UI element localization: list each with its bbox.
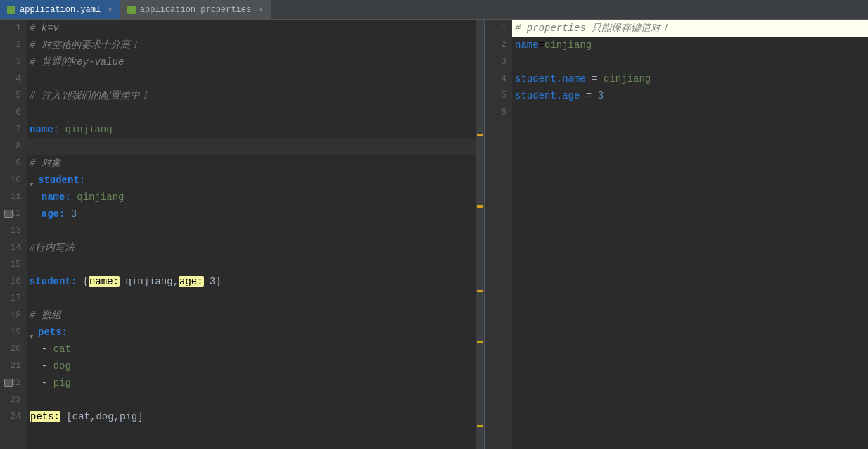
yaml-l10-key: student:: [38, 175, 85, 186]
tab-bar: application.yaml ✕ application.propertie…: [0, 0, 868, 20]
ln-9: 9: [3, 155, 21, 172]
rln-2: 2: [488, 37, 506, 53]
ln-14: 14: [3, 239, 21, 256]
tab-properties[interactable]: application.properties ✕: [120, 0, 271, 19]
yaml-l5-comment: # 注入到我们的配置类中！: [30, 90, 150, 101]
yaml-l12-key: age:: [42, 208, 65, 220]
yaml-l22-val: pig: [53, 377, 71, 388]
yaml-l24-pets-key: pets:: [30, 411, 60, 422]
editors-container: 1 2 3 4 5 6 7 8 9 10 11 12 13 14 15 16 1…: [0, 20, 868, 449]
yaml-l16-name-key: name:: [89, 276, 120, 287]
yaml-l20-val: cat: [53, 343, 71, 355]
yaml-l21-dash: -: [42, 360, 53, 372]
prop-line-1: # properties 只能保存键值对！: [512, 20, 868, 37]
yaml-marker-col: [476, 20, 484, 449]
prop-line-2: name=qinjiang: [512, 37, 868, 53]
ln-12: 12: [3, 205, 21, 222]
yaml-l24-sp: [cat,dog,pig]: [60, 411, 143, 422]
yaml-editor: 1 2 3 4 5 6 7 8 9 10 11 12 13 14 15 16 1…: [0, 20, 485, 449]
yaml-code-area[interactable]: 1 2 3 4 5 6 7 8 9 10 11 12 13 14 15 16 1…: [0, 20, 484, 449]
yaml-line-10: ▼student:: [27, 172, 476, 189]
yaml-line-18: # 数组: [27, 307, 476, 324]
prop-line-6: [512, 104, 868, 121]
properties-code-area[interactable]: 1 2 3 4 5 6 # properties 只能保存键值对！ name=q…: [485, 20, 868, 449]
marker-5: [477, 425, 483, 427]
ln-16: 16: [3, 273, 21, 290]
yaml-l16-sp3: 3}: [204, 276, 222, 287]
marker-4: [477, 341, 483, 343]
yaml-l16-sp2: qinjiang,: [120, 276, 179, 287]
prop-l4-key: student.name: [515, 73, 586, 84]
ln-20: 20: [3, 341, 21, 358]
ln-8: 8: [3, 138, 21, 155]
ln-1: 1: [3, 20, 21, 37]
yaml-line-3: # 普通的key-value: [27, 53, 476, 70]
tab-properties-label: application.properties: [140, 5, 251, 15]
marker-2: [477, 205, 483, 208]
ln-7: 7: [3, 121, 21, 138]
yaml-icon: [7, 6, 15, 14]
prop-line-5: student.age = 3: [512, 87, 868, 104]
prop-l2-key: name: [515, 39, 539, 51]
prop-l1-comment: # properties 只能保存键值对！: [515, 23, 670, 34]
ln-2: 2: [3, 37, 21, 53]
yaml-l7-val: qinjiang: [65, 124, 112, 135]
rln-1: 1: [488, 20, 506, 37]
ln-5: 5: [3, 87, 21, 104]
tab-yaml-label: application.yaml: [20, 5, 101, 15]
yaml-l11-space: [71, 191, 77, 203]
prop-l5-val: 3: [598, 90, 604, 101]
yaml-l11-val: qinjiang: [77, 191, 124, 203]
rln-5: 5: [488, 87, 506, 104]
yaml-l3-comment: # 普通的key-value: [30, 56, 124, 68]
prop-line-4: student.name = qinjiang: [512, 70, 868, 87]
ln-15: 15: [3, 256, 21, 273]
yaml-l1-comment: # k=v: [30, 23, 59, 34]
fold-btn-10[interactable]: ▼: [30, 177, 37, 184]
tab-yaml[interactable]: application.yaml ✕: [0, 0, 120, 19]
ln-10: 10: [3, 172, 21, 189]
yaml-line-9: # 对象: [27, 155, 476, 172]
properties-icon: [127, 6, 136, 14]
ln-3: 3: [3, 53, 21, 70]
yaml-l20-dash: -: [42, 343, 53, 355]
properties-editor: 1 2 3 4 5 6 # properties 只能保存键值对！ name=q…: [485, 20, 868, 449]
yaml-l19-key: pets:: [38, 327, 68, 338]
yaml-l12-val: 3: [71, 208, 77, 220]
yaml-line-6: [27, 104, 476, 121]
yaml-line-20: - cat: [27, 341, 476, 358]
yaml-line-22: - pig: [27, 374, 476, 391]
ln-18: 18: [3, 307, 21, 324]
yaml-line-17: [27, 290, 476, 307]
ln-11: 11: [3, 189, 21, 205]
ln-21: 21: [3, 358, 21, 374]
rln-6: 6: [488, 104, 506, 121]
tab-yaml-close[interactable]: ✕: [108, 5, 113, 14]
ln-17: 17: [3, 290, 21, 307]
yaml-line-7: name: qinjiang: [27, 121, 476, 138]
yaml-l7-key: name:: [30, 124, 59, 135]
ln-13: 13: [3, 222, 21, 239]
ln-23: 23: [3, 391, 21, 408]
yaml-l9-comment: # 对象: [30, 158, 61, 169]
marker-1: [477, 134, 483, 136]
yaml-l16-sp: {: [77, 276, 89, 287]
prop-l5-eq: =: [580, 90, 597, 101]
fold-btn-19[interactable]: ▼: [30, 329, 37, 336]
ln-6: 6: [3, 104, 21, 121]
ln-19: 19: [3, 324, 21, 341]
tab-properties-close[interactable]: ✕: [258, 5, 263, 14]
yaml-l14-comment: #行内写法: [30, 242, 75, 253]
ln-4: 4: [3, 70, 21, 87]
yaml-line-24: pets: [cat,dog,pig]: [27, 408, 476, 425]
rln-3: 3: [488, 53, 506, 70]
yaml-l21-val: dog: [53, 360, 71, 372]
yaml-l11-key: name:: [42, 191, 71, 203]
yaml-line-8: [27, 138, 476, 155]
yaml-l16-key1: student:: [30, 276, 77, 287]
yaml-line-5: # 注入到我们的配置类中！: [27, 87, 476, 104]
yaml-line-14: #行内写法: [27, 239, 476, 256]
yaml-code-content: # k=v # 对空格的要求十分高！ # 普通的key-value # 注入到我…: [27, 20, 476, 449]
yaml-line-19: ▼pets:: [27, 324, 476, 341]
yaml-l18-comment: # 数组: [30, 310, 61, 321]
